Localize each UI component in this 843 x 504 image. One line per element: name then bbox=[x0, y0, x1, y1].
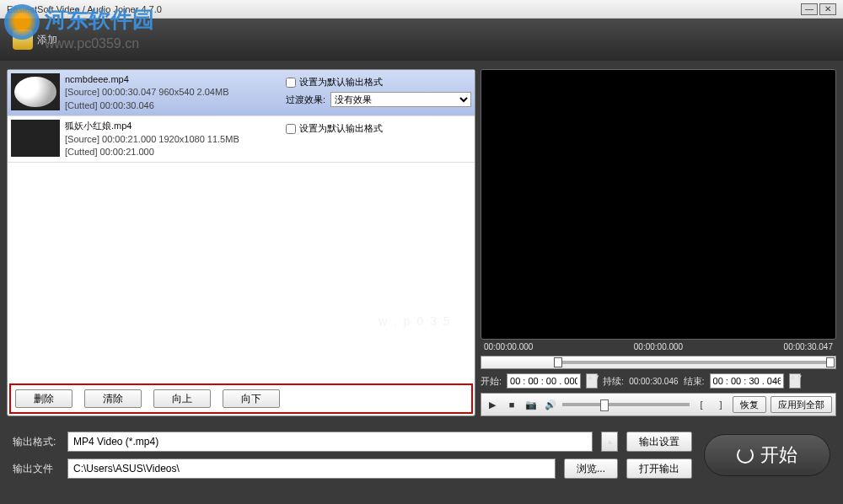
toolbar: 添加 bbox=[0, 19, 843, 61]
set-default-checkbox[interactable]: 设置为默认输出格式 bbox=[286, 76, 471, 88]
output-path-input[interactable] bbox=[67, 458, 556, 479]
slider-start-handle[interactable] bbox=[554, 357, 562, 367]
file-list: ncmbdeee.mp4 [Source] 00:00:30.047 960x5… bbox=[8, 70, 475, 382]
duration-value: 00:00:30.046 bbox=[629, 377, 678, 386]
close-button[interactable]: ✕ bbox=[819, 3, 836, 15]
format-dropdown-icon[interactable]: ▴ bbox=[601, 432, 618, 452]
delete-button[interactable]: 删除 bbox=[15, 389, 72, 408]
add-button[interactable]: 添加 bbox=[13, 29, 57, 50]
window-title: EasiestSoft Video / Audio Joiner 4.7.0 bbox=[7, 4, 801, 14]
time-ruler: 00:00:00.000 00:00:00.000 00:00:30.047 bbox=[481, 340, 836, 354]
slider-end-handle[interactable] bbox=[826, 357, 835, 367]
list-button-bar: 删除 清除 向上 向下 bbox=[9, 383, 473, 414]
set-default-checkbox[interactable]: 设置为默认输出格式 bbox=[286, 122, 471, 135]
transition-select[interactable]: 没有效果 bbox=[330, 92, 471, 107]
minimize-button[interactable]: — bbox=[801, 3, 818, 15]
add-folder-icon bbox=[13, 29, 33, 50]
stop-icon[interactable]: ■ bbox=[504, 397, 519, 412]
item-info: 狐妖小红娘.mp4 [Source] 00:00:21.000 1920x108… bbox=[65, 120, 281, 158]
move-up-button[interactable]: 向上 bbox=[153, 389, 211, 408]
move-down-button[interactable]: 向下 bbox=[223, 389, 280, 408]
trim-slider[interactable] bbox=[481, 356, 836, 369]
start-time-input[interactable] bbox=[507, 373, 581, 389]
end-label: 结束: bbox=[684, 375, 705, 388]
mark-in-icon[interactable]: [ bbox=[694, 397, 709, 412]
preview-panel: 00:00:00.000 00:00:00.000 00:00:30.047 开… bbox=[481, 69, 836, 416]
mark-out-icon[interactable]: ] bbox=[713, 397, 728, 412]
video-preview bbox=[481, 69, 836, 340]
player-controls: ▶ ■ 📷 🔊 [ ] 恢复 应用到全部 bbox=[481, 393, 836, 416]
title-bar: EasiestSoft Video / Audio Joiner 4.7.0 —… bbox=[0, 0, 843, 19]
output-format-input[interactable] bbox=[67, 432, 593, 452]
start-label: 开始: bbox=[481, 375, 502, 388]
volume-slider[interactable] bbox=[562, 403, 690, 406]
format-label: 输出格式: bbox=[13, 435, 59, 449]
output-settings-button[interactable]: 输出设置 bbox=[626, 432, 692, 452]
refresh-icon bbox=[737, 447, 754, 464]
list-item[interactable]: ncmbdeee.mp4 [Source] 00:00:30.047 960x5… bbox=[8, 70, 475, 116]
clear-button[interactable]: 清除 bbox=[84, 389, 142, 408]
volume-icon[interactable]: 🔊 bbox=[543, 397, 558, 412]
list-item[interactable]: 狐妖小红娘.mp4 [Source] 00:00:21.000 1920x108… bbox=[8, 116, 475, 163]
file-list-panel: ncmbdeee.mp4 [Source] 00:00:30.047 960x5… bbox=[7, 69, 475, 416]
duration-label: 持续: bbox=[603, 375, 624, 388]
start-button[interactable]: 开始 bbox=[704, 434, 830, 476]
thumbnail bbox=[11, 73, 60, 110]
item-info: ncmbdeee.mp4 [Source] 00:00:30.047 960x5… bbox=[65, 73, 281, 112]
apply-all-button[interactable]: 应用到全部 bbox=[771, 396, 832, 413]
open-output-button[interactable]: 打开输出 bbox=[626, 458, 692, 479]
snapshot-icon[interactable]: 📷 bbox=[524, 397, 539, 412]
browse-button[interactable]: 浏览... bbox=[564, 458, 618, 479]
start-spinner[interactable]: ▲▼ bbox=[586, 373, 598, 389]
output-bar: 输出格式: ▴ 输出设置 输出文件 浏览... 打开输出 开始 bbox=[0, 425, 843, 485]
end-time-input[interactable] bbox=[710, 373, 784, 389]
restore-button[interactable]: 恢复 bbox=[733, 396, 766, 413]
file-label: 输出文件 bbox=[13, 462, 59, 476]
play-icon[interactable]: ▶ bbox=[485, 397, 500, 412]
end-spinner[interactable]: ▲▼ bbox=[789, 373, 801, 389]
thumbnail bbox=[11, 120, 60, 157]
transition-label: 过渡效果: bbox=[286, 94, 325, 106]
